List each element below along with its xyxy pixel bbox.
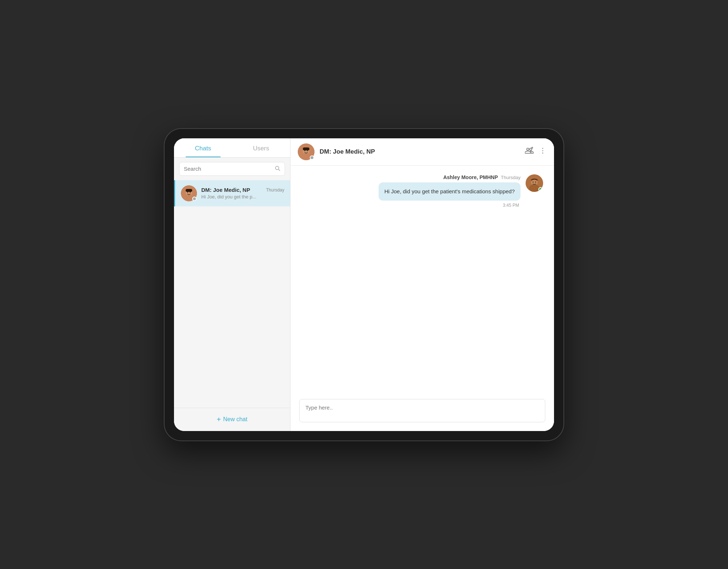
- tab-chats-label: Chats: [195, 145, 211, 152]
- chat-list: DM: Joe Medic, NP Thursday Hi Joe, did y…: [174, 180, 290, 408]
- right-panel: DM: Joe Medic, NP: [290, 138, 554, 431]
- chat-time: Thursday: [266, 187, 284, 193]
- svg-point-18: [542, 153, 543, 154]
- svg-line-1: [278, 169, 280, 171]
- message-bubble: Hi Joe, did you get the patient's medica…: [379, 182, 521, 201]
- search-bar: [179, 162, 285, 176]
- message-text: Hi Joe, did you get the patient's medica…: [384, 188, 515, 194]
- svg-point-22: [533, 181, 534, 182]
- chat-header: DM: Joe Medic, NP: [290, 138, 554, 166]
- message-group: Ashley Moore, PMHNP Thursday Hi Joe, did…: [301, 174, 543, 208]
- chat-avatar-status: [192, 197, 197, 201]
- chat-info: DM: Joe Medic, NP Thursday Hi Joe, did y…: [201, 187, 284, 199]
- tab-users[interactable]: Users: [232, 138, 290, 157]
- message-content: Ashley Moore, PMHNP Thursday Hi Joe, did…: [379, 174, 521, 208]
- search-input[interactable]: [184, 166, 274, 172]
- svg-point-16: [542, 148, 543, 149]
- left-panel: Chats Users: [174, 138, 290, 431]
- chat-name: DM: Joe Medic, NP: [201, 187, 250, 193]
- new-chat-button[interactable]: + New chat: [174, 408, 290, 431]
- message-input[interactable]: [299, 399, 545, 422]
- svg-point-17: [542, 150, 543, 151]
- message-sender: Ashley Moore, PMHNP: [443, 174, 498, 180]
- more-options-icon[interactable]: [539, 147, 547, 157]
- svg-rect-7: [186, 189, 192, 192]
- tab-chats[interactable]: Chats: [174, 138, 232, 157]
- message-avatar-ashley: [526, 174, 543, 192]
- header-avatar-wrap: [298, 143, 314, 160]
- message-day: Thursday: [501, 175, 521, 180]
- svg-rect-13: [303, 147, 309, 150]
- message-timestamp: 3:45 PM: [379, 203, 521, 208]
- chat-avatar-wrap: [181, 185, 197, 201]
- header-online-indicator: [310, 155, 314, 160]
- chat-preview: Hi Joe, did you get the p...: [201, 194, 284, 199]
- input-area: [290, 393, 554, 431]
- chat-list-item[interactable]: DM: Joe Medic, NP Thursday Hi Joe, did y…: [174, 180, 290, 206]
- add-user-icon[interactable]: [525, 146, 534, 157]
- search-icon: [274, 165, 280, 173]
- svg-point-21: [529, 184, 539, 192]
- tab-users-label: Users: [253, 145, 269, 152]
- new-chat-plus-icon: +: [217, 415, 221, 424]
- new-chat-label: New chat: [223, 416, 248, 423]
- header-title: DM: Joe Medic, NP: [320, 148, 525, 155]
- device-frame: Chats Users: [164, 128, 564, 441]
- messages-area: Ashley Moore, PMHNP Thursday Hi Joe, did…: [290, 166, 554, 393]
- header-actions: [525, 146, 547, 157]
- msg-avatar-online: [538, 187, 543, 191]
- device-screen: Chats Users: [174, 138, 554, 431]
- svg-point-23: [535, 181, 536, 182]
- tabs-header: Chats Users: [174, 138, 290, 158]
- message-meta: Ashley Moore, PMHNP Thursday: [379, 174, 521, 180]
